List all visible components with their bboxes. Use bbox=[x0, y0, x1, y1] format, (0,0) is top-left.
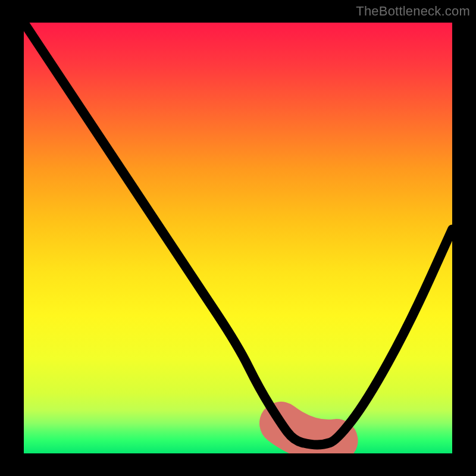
bottleneck-curve bbox=[24, 23, 452, 445]
curve-svg bbox=[24, 23, 452, 453]
attribution-text: TheBottleneck.com bbox=[356, 4, 470, 19]
chart-frame: TheBottleneck.com bbox=[0, 0, 476, 476]
plot-area bbox=[24, 23, 452, 453]
